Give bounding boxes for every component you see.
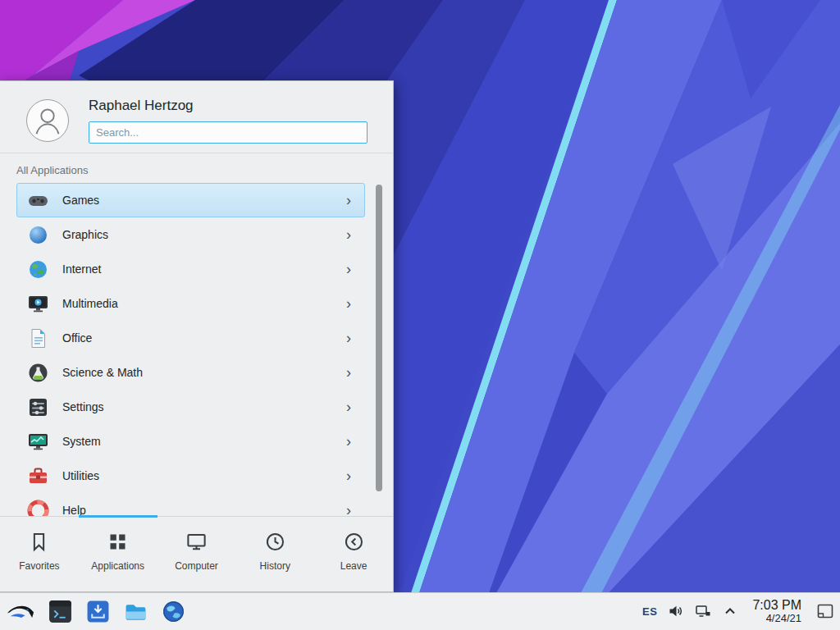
tab-applications[interactable]: Applications xyxy=(79,517,158,591)
taskbar-left xyxy=(7,600,185,623)
chevron-right-icon: › xyxy=(346,296,351,311)
bookmark-icon xyxy=(28,531,50,553)
clock-time: 7:03 PM xyxy=(752,598,801,613)
web-browser-icon xyxy=(162,600,185,623)
grid-icon xyxy=(107,531,129,553)
folder-icon xyxy=(124,600,148,623)
network-icon xyxy=(695,603,711,619)
category-utilities[interactable]: Utilities › xyxy=(16,459,365,493)
scrollbar-thumb[interactable] xyxy=(376,185,382,491)
tab-leave[interactable]: Leave xyxy=(314,517,393,591)
scrollbar[interactable] xyxy=(376,183,382,516)
category-label: System xyxy=(62,435,101,448)
chevron-right-icon: › xyxy=(346,365,351,380)
category-label: Internet xyxy=(62,262,101,276)
category-games[interactable]: Games › xyxy=(16,183,365,217)
category-settings[interactable]: Settings › xyxy=(16,390,365,424)
app-launcher-button[interactable] xyxy=(7,600,34,623)
tab-computer[interactable]: Computer xyxy=(158,517,236,591)
show-desktop-icon xyxy=(817,604,833,619)
network-button[interactable] xyxy=(695,603,711,619)
category-graphics[interactable]: Graphics › xyxy=(16,217,365,252)
category-internet[interactable]: Internet › xyxy=(16,252,365,286)
web-browser-task-button[interactable] xyxy=(162,600,185,623)
avatar[interactable] xyxy=(26,99,69,142)
category-office[interactable]: Office › xyxy=(16,321,365,355)
system-tray: ES 7:03 PM 4/24 xyxy=(642,598,835,625)
chevron-right-icon: › xyxy=(346,331,351,345)
volume-button[interactable] xyxy=(668,603,684,619)
software-center-task-button[interactable] xyxy=(86,600,110,623)
speaker-icon xyxy=(668,603,684,619)
file-manager-task-button[interactable] xyxy=(124,600,148,623)
category-label: Science & Math xyxy=(62,366,143,379)
keyboard-layout-indicator[interactable]: ES xyxy=(642,605,657,618)
globe-icon xyxy=(27,258,49,281)
chevron-right-icon: › xyxy=(346,434,351,449)
leave-icon xyxy=(343,531,365,553)
document-icon xyxy=(27,327,49,349)
search-input[interactable] xyxy=(89,121,368,144)
category-help[interactable]: Help › xyxy=(16,493,365,518)
show-desktop-button[interactable] xyxy=(815,601,835,621)
toolbox-icon xyxy=(27,465,49,487)
category-label: Multimedia xyxy=(62,297,118,310)
terminal-icon xyxy=(48,600,72,623)
category-label: Office xyxy=(62,331,92,345)
user-name: Raphael Hertzog xyxy=(89,98,194,114)
caret-up-icon xyxy=(722,603,738,619)
category-multimedia[interactable]: Multimedia › xyxy=(16,286,365,321)
tab-label: Applications xyxy=(91,560,144,572)
help-icon xyxy=(27,500,49,518)
terminal-task-button[interactable] xyxy=(48,600,72,623)
desktop: Raphael Hertzog All Applications Games ›… xyxy=(0,0,840,630)
tab-label: History xyxy=(260,560,290,572)
section-label: All Applications xyxy=(16,164,88,176)
tray-expander-button[interactable] xyxy=(722,603,738,619)
category-label: Utilities xyxy=(62,469,99,482)
launcher-header: Raphael Hertzog xyxy=(0,81,393,153)
clock-date: 4/24/21 xyxy=(752,613,801,625)
taskbar: ES 7:03 PM 4/24 xyxy=(0,592,840,630)
tab-favorites[interactable]: Favorites xyxy=(0,517,79,591)
category-label: Graphics xyxy=(62,228,108,241)
digital-clock[interactable]: 7:03 PM 4/24/21 xyxy=(752,598,801,625)
computer-icon xyxy=(185,531,208,553)
clock-icon xyxy=(264,531,286,553)
chevron-right-icon: › xyxy=(346,262,351,276)
tab-label: Leave xyxy=(340,560,368,572)
tab-history[interactable]: History xyxy=(235,517,314,591)
chevron-right-icon: › xyxy=(346,227,351,242)
category-science-math[interactable]: Science & Math › xyxy=(16,355,365,390)
system-monitor-icon xyxy=(27,431,49,453)
category-label: Settings xyxy=(62,400,104,413)
chevron-right-icon: › xyxy=(346,399,351,414)
chevron-right-icon: › xyxy=(346,193,351,208)
tab-label: Computer xyxy=(175,560,218,572)
launcher-tabbar: Favorites Applications Computer History … xyxy=(0,516,393,591)
chevron-right-icon: › xyxy=(346,468,351,483)
sphere-icon xyxy=(27,224,49,246)
flask-icon xyxy=(27,362,49,384)
category-list: Games › Graphics › Internet › Multimedia… xyxy=(0,183,393,518)
category-label: Games xyxy=(62,194,99,207)
kali-logo-icon xyxy=(7,600,34,623)
gamepad-icon xyxy=(27,189,49,212)
software-center-icon xyxy=(86,600,110,623)
tab-label: Favorites xyxy=(19,560,59,572)
application-launcher-menu: Raphael Hertzog All Applications Games ›… xyxy=(0,80,394,592)
media-monitor-icon xyxy=(27,293,49,315)
category-system[interactable]: System › xyxy=(16,424,365,459)
settings-icon xyxy=(27,396,49,418)
